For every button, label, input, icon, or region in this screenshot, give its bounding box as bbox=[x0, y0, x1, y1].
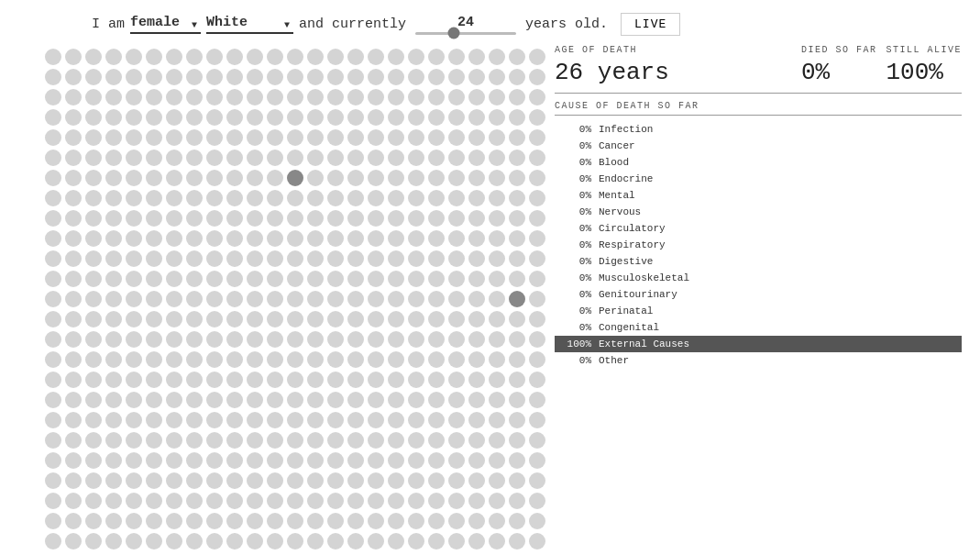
dot bbox=[347, 129, 364, 146]
dot bbox=[126, 432, 142, 449]
cause-row[interactable]: 0%Musculoskeletal bbox=[555, 270, 962, 286]
dot bbox=[247, 472, 263, 489]
dot bbox=[368, 513, 384, 529]
dot bbox=[368, 271, 384, 287]
dot bbox=[186, 452, 203, 469]
dot bbox=[146, 271, 162, 287]
live-button[interactable]: LIVE bbox=[621, 13, 680, 36]
dot bbox=[206, 250, 223, 267]
dot bbox=[247, 331, 263, 348]
dot bbox=[468, 190, 485, 206]
dot bbox=[327, 190, 344, 206]
dot bbox=[105, 109, 122, 126]
dot bbox=[206, 109, 223, 126]
dot bbox=[166, 493, 182, 509]
cause-row[interactable]: 0%Infection bbox=[555, 121, 962, 138]
dot bbox=[448, 49, 465, 65]
dot bbox=[307, 452, 324, 469]
dot bbox=[267, 271, 283, 287]
dot bbox=[105, 331, 122, 348]
dot bbox=[146, 230, 162, 247]
dot bbox=[509, 150, 525, 166]
cause-row[interactable]: 0%Mental bbox=[555, 187, 962, 204]
dot bbox=[509, 372, 525, 388]
dot bbox=[126, 170, 142, 186]
cause-row[interactable]: 100%External Causes bbox=[555, 336, 962, 352]
dot bbox=[347, 109, 364, 126]
dot bbox=[247, 89, 263, 105]
dot bbox=[448, 190, 465, 206]
dot bbox=[85, 271, 102, 287]
gender-select[interactable]: female male bbox=[130, 15, 201, 34]
dot bbox=[347, 372, 364, 388]
dot bbox=[489, 412, 505, 428]
dot bbox=[186, 311, 203, 327]
dot bbox=[186, 109, 203, 126]
cause-row[interactable]: 0%Congenital bbox=[555, 319, 962, 336]
dot bbox=[287, 291, 303, 307]
age-slider-track[interactable] bbox=[415, 32, 516, 35]
dot bbox=[489, 493, 505, 509]
cause-row[interactable]: 0%Endocrine bbox=[555, 171, 962, 187]
dot bbox=[489, 190, 505, 206]
dot bbox=[509, 412, 525, 428]
dot bbox=[166, 190, 182, 206]
dot bbox=[105, 533, 122, 549]
dot bbox=[388, 412, 404, 428]
dot bbox=[166, 351, 182, 368]
cause-row[interactable]: 0%Blood bbox=[555, 154, 962, 171]
dot bbox=[226, 250, 243, 267]
race-dropdown-wrapper[interactable]: White Black Hispanic Asian Other ▼ bbox=[206, 15, 293, 34]
dot bbox=[206, 351, 223, 368]
dot bbox=[428, 533, 445, 549]
dot bbox=[489, 69, 505, 85]
dot bbox=[448, 230, 465, 247]
cause-row[interactable]: 0%Other bbox=[555, 352, 962, 369]
age-slider-thumb[interactable] bbox=[447, 28, 459, 39]
cause-pct: 0% bbox=[558, 157, 591, 168]
dot bbox=[247, 392, 263, 408]
cause-row[interactable]: 0%Respiratory bbox=[555, 237, 962, 253]
dot bbox=[287, 210, 303, 227]
cause-row[interactable]: 0%Cancer bbox=[555, 138, 962, 154]
dot bbox=[347, 69, 364, 85]
dot bbox=[126, 69, 142, 85]
dot bbox=[45, 109, 61, 126]
dot bbox=[226, 291, 243, 307]
dot bbox=[448, 351, 465, 368]
dot bbox=[126, 190, 142, 206]
cause-name: Endocrine bbox=[599, 173, 653, 184]
dot bbox=[468, 291, 485, 307]
cause-row[interactable]: 0%Perinatal bbox=[555, 303, 962, 319]
dot bbox=[65, 351, 82, 368]
dot bbox=[45, 372, 61, 388]
dot bbox=[247, 432, 263, 449]
dot bbox=[45, 533, 61, 549]
cause-row[interactable]: 0%Digestive bbox=[555, 253, 962, 270]
dot bbox=[368, 493, 384, 509]
dot bbox=[448, 150, 465, 166]
dot bbox=[146, 109, 162, 126]
dot bbox=[206, 452, 223, 469]
dot bbox=[327, 49, 344, 65]
dot bbox=[146, 89, 162, 105]
dot bbox=[45, 150, 61, 166]
dot bbox=[448, 89, 465, 105]
dot bbox=[408, 513, 424, 529]
dot bbox=[468, 170, 485, 186]
age-control[interactable]: 24 bbox=[415, 15, 516, 35]
dot bbox=[307, 311, 324, 327]
race-select[interactable]: White Black Hispanic Asian Other bbox=[206, 15, 293, 34]
dot bbox=[65, 250, 82, 267]
dot bbox=[408, 452, 424, 469]
dot bbox=[489, 452, 505, 469]
cause-row[interactable]: 0%Genitourinary bbox=[555, 286, 962, 303]
cause-row[interactable]: 0%Nervous bbox=[555, 204, 962, 220]
gender-dropdown-wrapper[interactable]: female male ▼ bbox=[130, 15, 201, 34]
dot bbox=[509, 49, 525, 65]
dot bbox=[226, 69, 243, 85]
cause-name: External Causes bbox=[599, 339, 689, 350]
dot bbox=[126, 89, 142, 105]
cause-row[interactable]: 0%Circulatory bbox=[555, 220, 962, 237]
dot bbox=[267, 331, 283, 348]
